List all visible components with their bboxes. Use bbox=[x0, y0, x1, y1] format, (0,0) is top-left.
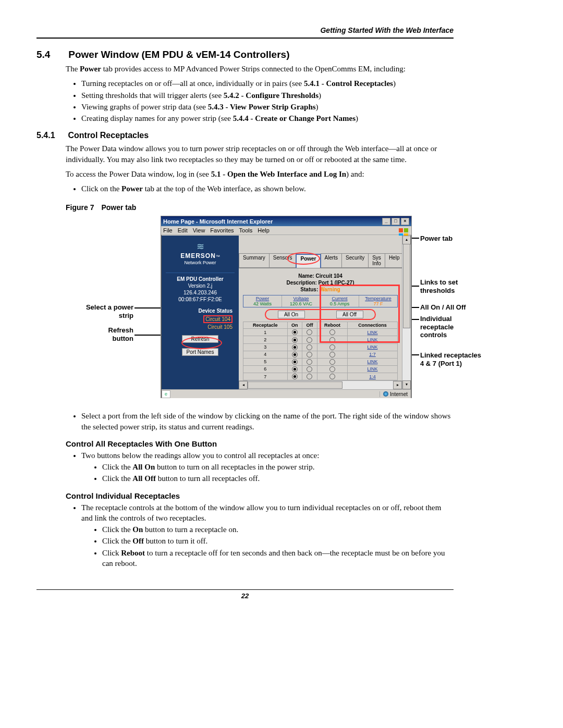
readings-table: Power42 Watts Voltage120.6 VAC Current0.… bbox=[243, 295, 398, 307]
section-intro: The Power tab provides access to MP Adva… bbox=[66, 64, 454, 74]
annot-power-tab: Power tab bbox=[420, 235, 452, 243]
menu-tools[interactable]: Tools bbox=[239, 227, 253, 233]
cell-off[interactable] bbox=[302, 343, 317, 351]
cell-connection[interactable]: LINK bbox=[347, 336, 397, 343]
controller-info: EM PDU Controller Version 2.j 126.4.203.… bbox=[166, 273, 235, 303]
tab-sensors[interactable]: Sensors bbox=[269, 253, 297, 267]
device-status-header: Device Status bbox=[162, 306, 239, 315]
feature-list: Turning receptacles on or off—all at onc… bbox=[81, 78, 454, 124]
port-names-button[interactable]: Port Names bbox=[182, 348, 218, 356]
cell-reboot[interactable] bbox=[317, 351, 347, 358]
cell-on[interactable] bbox=[287, 365, 302, 373]
scroll-up-icon[interactable]: ▴ bbox=[402, 236, 411, 244]
cell-connection[interactable]: LINK bbox=[347, 365, 397, 373]
all-on-off-row: All On All Off bbox=[239, 311, 402, 318]
cell-on[interactable] bbox=[287, 329, 302, 336]
close-icon[interactable]: × bbox=[401, 218, 409, 225]
status-bar: e Internet bbox=[162, 389, 411, 398]
list-item: Select a port from the left side of the … bbox=[81, 411, 454, 432]
cell-reboot[interactable] bbox=[317, 358, 347, 365]
section-title: Control Receptacles bbox=[68, 131, 149, 140]
cell-receptacle: 1 bbox=[243, 329, 288, 336]
table-row: 41:7 bbox=[243, 351, 398, 358]
menu-edit[interactable]: Edit bbox=[178, 227, 188, 233]
cell-off[interactable] bbox=[302, 373, 317, 380]
cell-connection[interactable]: 1:4 bbox=[347, 373, 397, 380]
horizontal-scrollbar[interactable]: ◂ ▸ bbox=[239, 380, 402, 389]
tab-alerts[interactable]: Alerts bbox=[321, 253, 342, 267]
reading-current[interactable]: Current0.5 Amps bbox=[321, 295, 359, 307]
tab-security[interactable]: Security bbox=[341, 253, 369, 267]
cell-on[interactable] bbox=[287, 373, 302, 380]
sidebar-item-circuit-104[interactable]: Circuit 104 bbox=[203, 315, 232, 323]
list-item: Click the Off button to turn it off. bbox=[102, 536, 454, 546]
menu-bar: File Edit View Favorites Tools Help bbox=[161, 226, 411, 235]
menu-file[interactable]: File bbox=[163, 227, 173, 233]
menu-view[interactable]: View bbox=[193, 227, 205, 233]
cell-reboot[interactable] bbox=[317, 365, 347, 373]
scroll-down-icon[interactable]: ▾ bbox=[402, 380, 411, 389]
cell-receptacle: 5 bbox=[243, 358, 288, 365]
cell-off[interactable] bbox=[302, 336, 317, 343]
cell-connection[interactable]: LINK bbox=[347, 358, 397, 365]
cell-receptacle: 6 bbox=[243, 365, 288, 373]
reading-temperature[interactable]: Temperature77 F bbox=[359, 295, 397, 307]
all-on-button[interactable]: All On bbox=[278, 311, 305, 318]
cell-reboot[interactable] bbox=[317, 373, 347, 380]
control-all-list: Two buttons below the readings allow you… bbox=[81, 450, 454, 484]
sidebar-item-circuit-105[interactable]: Circuit 105 bbox=[162, 324, 232, 330]
vertical-scrollbar[interactable]: ▴ ▾ bbox=[402, 236, 411, 389]
page-number: 22 bbox=[36, 592, 454, 600]
cell-connection[interactable]: 1:7 bbox=[347, 351, 397, 358]
status-zone: Internet bbox=[380, 391, 411, 397]
minimize-icon[interactable]: _ bbox=[382, 218, 390, 225]
scroll-thumb[interactable] bbox=[248, 381, 342, 389]
cell-on[interactable] bbox=[287, 336, 302, 343]
scroll-right-icon[interactable]: ▸ bbox=[393, 381, 402, 389]
list-item: Setting thresholds that will trigger ale… bbox=[81, 90, 454, 101]
cell-on[interactable] bbox=[287, 351, 302, 358]
cell-off[interactable] bbox=[302, 358, 317, 365]
step-list: Click on the Power tab at the top of the… bbox=[81, 183, 454, 194]
scroll-left-icon[interactable]: ◂ bbox=[239, 381, 248, 389]
cell-reboot[interactable] bbox=[317, 329, 347, 336]
cell-on[interactable] bbox=[287, 343, 302, 351]
tab-summary[interactable]: Summary bbox=[239, 253, 270, 267]
tab-sysinfo[interactable]: Sys Info bbox=[368, 253, 385, 267]
svg-rect-1 bbox=[404, 228, 408, 232]
all-off-button[interactable]: All Off bbox=[336, 311, 363, 318]
annot-links-thresholds: Links to set thresholds bbox=[420, 278, 478, 294]
reading-power[interactable]: Power42 Watts bbox=[243, 295, 282, 307]
figure-caption: Figure 7Power tab bbox=[66, 203, 454, 212]
cell-off[interactable] bbox=[302, 329, 317, 336]
table-row: 6LINK bbox=[243, 365, 398, 373]
annot-select-power-strip: Select a power strip bbox=[71, 303, 133, 319]
receptacle-table: Receptacle On Off Reboot Connections 1LI… bbox=[243, 322, 398, 380]
cell-receptacle: 3 bbox=[243, 343, 288, 351]
cell-reboot[interactable] bbox=[317, 336, 347, 343]
table-row: 71:4 bbox=[243, 373, 398, 380]
cell-connection[interactable]: LINK bbox=[347, 329, 397, 336]
cell-off[interactable] bbox=[302, 365, 317, 373]
col-connections: Connections bbox=[347, 322, 397, 329]
cell-connection[interactable]: LINK bbox=[347, 343, 397, 351]
menu-favorites[interactable]: Favorites bbox=[210, 227, 234, 233]
list-item: Click the On button to turn a receptacle… bbox=[102, 524, 454, 535]
ie-page-icon: e bbox=[162, 390, 170, 398]
paragraph: The Power Data window allows you to turn… bbox=[66, 143, 454, 165]
refresh-button[interactable]: Refresh bbox=[182, 335, 218, 343]
tab-help[interactable]: Help bbox=[385, 253, 402, 267]
cell-receptacle: 7 bbox=[243, 373, 288, 380]
list-item: Turning receptacles on or off—all at onc… bbox=[81, 78, 454, 89]
menu-help[interactable]: Help bbox=[258, 227, 270, 233]
scroll-thumb[interactable] bbox=[403, 244, 410, 328]
section-title: Power Window (EM PDU & vEM-14 Controller… bbox=[68, 49, 289, 60]
cell-on[interactable] bbox=[287, 358, 302, 365]
maximize-icon[interactable]: □ bbox=[391, 218, 400, 225]
cell-reboot[interactable] bbox=[317, 343, 347, 351]
col-on: On bbox=[287, 322, 302, 329]
post-figure-list: Select a port from the left side of the … bbox=[81, 411, 454, 432]
cell-off[interactable] bbox=[302, 351, 317, 358]
tab-power[interactable]: Power bbox=[296, 254, 321, 268]
reading-voltage[interactable]: Voltage120.6 VAC bbox=[282, 295, 321, 307]
